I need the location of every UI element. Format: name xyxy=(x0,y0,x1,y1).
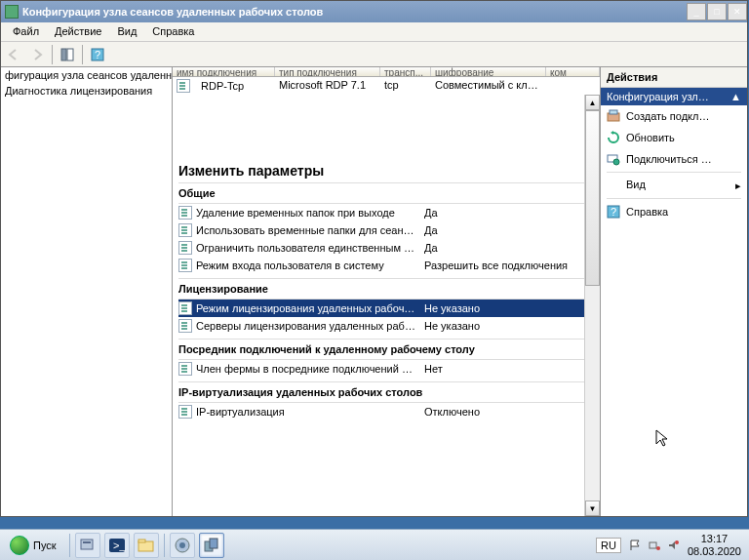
setting-icon xyxy=(178,301,192,315)
action-create-connection[interactable]: Создать подкл… xyxy=(601,105,747,127)
setting-icon xyxy=(178,405,192,419)
col-transport[interactable]: трансп... xyxy=(380,67,431,76)
minimize-button[interactable]: _ xyxy=(687,3,706,20)
svg-text:>_: >_ xyxy=(113,540,126,551)
section-general: Общие xyxy=(178,182,592,204)
taskbar-server-manager[interactable] xyxy=(75,533,100,558)
tray-icon-network[interactable] xyxy=(649,540,660,551)
tree-item-config[interactable]: фигурация узла сеансов удаленны xyxy=(1,67,172,83)
action-label: Создать подкл… xyxy=(626,110,709,122)
titlebar[interactable]: Конфигурация узла сеансов удаленных рабо… xyxy=(1,1,747,22)
svg-rect-10 xyxy=(81,540,93,549)
tray-icon-flag[interactable] xyxy=(629,540,641,551)
connection-columns: имя подключения тип подключения трансп..… xyxy=(173,67,600,77)
show-hide-button[interactable] xyxy=(57,44,78,65)
menu-action[interactable]: Действие xyxy=(47,22,109,41)
toolbar: ? xyxy=(1,42,747,67)
clock-date: 08.03.2020 xyxy=(688,545,741,557)
item-use-temp[interactable]: Использовать временные папки для сеан…Да xyxy=(178,221,592,239)
actions-header: Действия xyxy=(601,67,747,88)
svg-point-17 xyxy=(179,542,185,548)
svg-point-21 xyxy=(656,546,660,550)
col-name[interactable]: имя подключения xyxy=(173,67,275,76)
item-licensing-mode[interactable]: Режим лицензирования удаленных рабочи…Не… xyxy=(178,300,592,317)
start-label: Пуск xyxy=(33,540,57,551)
lang-indicator[interactable]: RU xyxy=(596,538,621,553)
action-refresh[interactable]: Обновить xyxy=(601,127,747,148)
tree-item-licensing[interactable]: Диагностика лицензирования xyxy=(1,83,172,99)
setting-icon xyxy=(178,241,192,255)
taskbar-app-active[interactable] xyxy=(199,533,224,558)
setting-icon xyxy=(178,319,192,333)
chevron-right-icon: ▸ xyxy=(735,180,741,192)
section-broker: Посредник подключений к удаленному рабоч… xyxy=(178,339,592,360)
back-button xyxy=(3,44,24,65)
tree-pane: фигурация узла сеансов удаленны Диагност… xyxy=(1,67,173,516)
start-orb-icon xyxy=(10,536,29,555)
tray-icon-sound[interactable] xyxy=(668,540,680,551)
section-licensing: Лицензирование xyxy=(178,278,592,300)
action-label: Вид xyxy=(626,179,646,192)
svg-rect-20 xyxy=(650,542,656,548)
svg-rect-1 xyxy=(67,49,73,60)
svg-rect-5 xyxy=(610,110,617,114)
app-icon xyxy=(5,5,19,19)
svg-rect-0 xyxy=(61,49,66,60)
item-farm-member[interactable]: Член фермы в посреднике подключений к…Не… xyxy=(178,360,592,378)
connection-row[interactable]: RDP-Tcp Microsoft RDP 7.1 tcp Совместимы… xyxy=(173,77,600,95)
item-login-mode[interactable]: Режим входа пользователя в системуРазреш… xyxy=(178,257,592,274)
taskbar-explorer[interactable] xyxy=(134,533,159,558)
taskbar-clock[interactable]: 13:17 08.03.2020 xyxy=(688,533,741,556)
menu-view[interactable]: Вид xyxy=(109,22,144,41)
maximize-button[interactable]: □ xyxy=(707,3,727,20)
conn-transport: tcp xyxy=(380,79,431,93)
item-licensing-servers[interactable]: Серверы лицензирования удаленных рабо…Не… xyxy=(178,317,592,335)
action-view[interactable]: Вид▸ xyxy=(601,175,747,196)
collapse-icon: ▲ xyxy=(730,91,741,102)
svg-rect-15 xyxy=(138,540,145,542)
menu-help[interactable]: Справка xyxy=(144,22,202,41)
svg-rect-19 xyxy=(210,539,217,548)
conn-encryption: Совместимый с кл… xyxy=(431,79,546,93)
clock-time: 13:17 xyxy=(688,533,741,544)
scroll-down-button[interactable]: ▼ xyxy=(585,500,600,516)
scroll-up-button[interactable]: ▲ xyxy=(585,95,600,110)
conn-type: Microsoft RDP 7.1 xyxy=(275,79,380,93)
col-encryption[interactable]: шифрование xyxy=(431,67,546,76)
svg-point-7 xyxy=(613,159,619,165)
actions-pane: Действия Конфигурация узл…▲ Создать подк… xyxy=(601,67,747,516)
forward-button xyxy=(26,44,48,65)
taskbar-powershell[interactable]: >_ xyxy=(104,533,130,558)
item-delete-temp[interactable]: Удаление временных папок при выходеДа xyxy=(178,204,592,221)
col-comment[interactable]: ком xyxy=(546,67,600,76)
item-ipvirt[interactable]: IP-виртуализацияОтключено xyxy=(178,403,592,420)
scroll-thumb[interactable] xyxy=(585,110,600,286)
window-title: Конфигурация узла сеансов удаленных рабо… xyxy=(22,6,686,18)
refresh-icon xyxy=(607,131,620,144)
scrollbar[interactable]: ▲ ▼ xyxy=(584,95,600,516)
close-button[interactable]: ✕ xyxy=(728,3,747,20)
systray: RU 13:17 08.03.2020 xyxy=(596,533,749,556)
taskbar: Пуск >_ RU 13:17 08.03.2020 xyxy=(0,529,749,560)
setting-icon xyxy=(178,223,192,237)
menubar: Файл Действие Вид Справка xyxy=(1,22,747,42)
action-help[interactable]: ?Справка xyxy=(601,201,747,222)
main-pane: имя подключения тип подключения трансп..… xyxy=(173,67,601,516)
help-button[interactable]: ? xyxy=(87,44,108,65)
setting-icon xyxy=(178,362,192,376)
conn-name: RDP-Tcp xyxy=(197,80,248,92)
action-label: Обновить xyxy=(626,132,675,143)
svg-point-22 xyxy=(675,540,679,544)
action-connect[interactable]: Подключиться … xyxy=(601,148,747,170)
col-type[interactable]: тип подключения xyxy=(275,67,380,76)
actions-subheader[interactable]: Конфигурация узл…▲ xyxy=(601,88,747,105)
item-restrict-user[interactable]: Ограничить пользователя единственным …Да xyxy=(178,239,592,257)
edit-params-heading: Изменить параметры xyxy=(178,163,592,179)
menu-file[interactable]: Файл xyxy=(5,22,47,41)
svg-rect-11 xyxy=(83,541,91,543)
connection-icon xyxy=(177,79,190,93)
start-button[interactable]: Пуск xyxy=(0,532,66,559)
taskbar-app1[interactable] xyxy=(170,533,195,558)
section-ipvirt: IP-виртуализация удаленных рабочих столо… xyxy=(178,381,592,403)
svg-text:?: ? xyxy=(611,206,616,218)
